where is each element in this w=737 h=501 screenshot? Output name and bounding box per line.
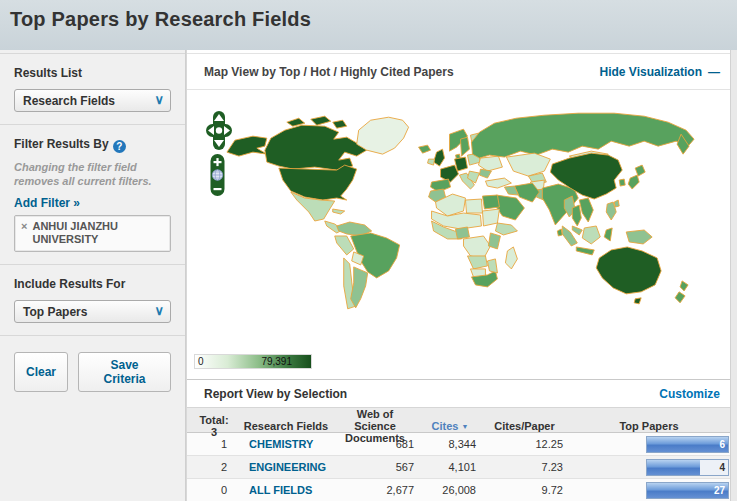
country-new-guinea[interactable] <box>626 230 652 244</box>
table-header-row: Total:3 Research Fields Web ofScience Do… <box>187 407 730 433</box>
table-row: 0 ALL FIELDS 2,677 26,008 9.72 27 <box>187 479 730 501</box>
cites-value: 4,101 <box>419 461 481 473</box>
country-java[interactable] <box>576 247 594 255</box>
country-australia[interactable] <box>596 247 661 294</box>
hide-visualization-link[interactable]: Hide Visualization — <box>600 65 720 79</box>
map-zoom-control[interactable] <box>209 154 226 197</box>
country-russia[interactable] <box>471 113 694 158</box>
country-sulawesi[interactable] <box>604 228 612 241</box>
country-greenland[interactable] <box>357 117 409 154</box>
country-angola[interactable] <box>467 256 487 269</box>
include-results-dropdown[interactable]: Top Papers ∨ <box>14 300 171 323</box>
total-count: Total:3 <box>187 414 241 438</box>
map-pan-control[interactable] <box>203 111 235 151</box>
country-kazakhstan[interactable] <box>506 153 550 176</box>
filter-label: Filter Results By? <box>14 137 171 153</box>
help-icon[interactable]: ? <box>113 140 126 153</box>
clear-button[interactable]: Clear <box>14 352 68 392</box>
cites-value: 26,008 <box>419 484 481 496</box>
country-uk[interactable] <box>434 149 445 166</box>
page-title: Top Papers by Research Fields <box>10 8 737 31</box>
minus-icon: — <box>708 65 720 79</box>
country-japan-north[interactable] <box>635 165 645 176</box>
main-panel: Map View by Top / Hot / Highly Cited Pap… <box>186 50 730 501</box>
map-visualization: 0 79,391 <box>187 90 730 379</box>
country-borneo[interactable] <box>582 226 600 244</box>
country-taiwan[interactable] <box>614 200 619 207</box>
legend-min: 0 <box>198 356 204 367</box>
include-results-value: Top Papers <box>23 305 87 319</box>
docs-value: 681 <box>331 438 419 450</box>
country-cuba[interactable] <box>333 209 345 214</box>
add-filter-link[interactable]: Add Filter » <box>14 196 80 210</box>
column-top-papers[interactable]: Top Papers <box>568 420 730 432</box>
country-mozambique[interactable] <box>487 259 497 273</box>
country-horn-of-africa[interactable] <box>495 223 517 235</box>
country-romania[interactable] <box>479 169 491 178</box>
map-panel-header: Map View by Top / Hot / Highly Cited Pap… <box>187 53 730 90</box>
map-title: Map View by Top / Hot / Highly Cited Pap… <box>204 65 454 79</box>
top-papers-bar: 4 <box>646 459 729 476</box>
country-canada-island[interactable] <box>311 116 331 125</box>
country-iceland[interactable] <box>419 145 431 153</box>
country-usa[interactable] <box>279 165 357 200</box>
sort-descending-icon: ▼ <box>462 423 469 430</box>
country-thailand[interactable] <box>572 205 581 226</box>
country-argentina[interactable] <box>351 267 368 308</box>
table-row: 1 CHEMISTRY 681 8,344 12.25 6 <box>187 433 730 456</box>
country-japan-south[interactable] <box>628 175 639 189</box>
country-madagascar[interactable] <box>505 247 517 269</box>
filter-section: Filter Results By? Changing the filter f… <box>0 125 185 265</box>
country-peru[interactable] <box>335 236 354 255</box>
table-row: 2 ENGINEERING 567 4,101 7.23 4 <box>187 456 730 479</box>
country-canada[interactable] <box>265 125 367 170</box>
sidebar-buttons: Clear Save Criteria <box>0 336 185 408</box>
country-nigeria[interactable] <box>456 227 470 239</box>
results-list-dropdown[interactable]: Research Fields ∨ <box>14 89 171 112</box>
legend-max: 79,391 <box>261 356 292 367</box>
results-list-value: Research Fields <box>23 94 115 108</box>
active-filter-text: ANHUI JIANZHU UNIVERSITY <box>32 220 152 248</box>
country-sri-lanka[interactable] <box>557 229 562 236</box>
country-kenya[interactable] <box>488 233 500 249</box>
column-research-fields[interactable]: Research Fields <box>241 420 331 432</box>
row-rank: 0 <box>187 484 241 496</box>
country-malaysia[interactable] <box>572 226 582 235</box>
cites-per-paper-value: 9.72 <box>481 484 568 496</box>
column-cites-sorted[interactable]: Cites ▼ <box>419 420 481 432</box>
country-france[interactable] <box>441 165 459 182</box>
country-ukraine[interactable] <box>478 156 502 171</box>
country-canada-island[interactable] <box>333 120 347 128</box>
globe-icon <box>212 170 222 180</box>
country-new-zealand-south[interactable] <box>675 292 685 303</box>
world-choropleth-map[interactable] <box>187 92 731 354</box>
top-papers-bar: 6 <box>646 436 729 453</box>
save-criteria-button[interactable]: Save Criteria <box>78 352 171 392</box>
country-sweden[interactable] <box>460 137 469 156</box>
include-results-section: Include Results For Top Papers ∨ <box>0 265 185 336</box>
field-link[interactable]: ALL FIELDS <box>241 484 331 496</box>
row-rank: 1 <box>187 438 241 450</box>
close-icon[interactable]: × <box>21 220 27 248</box>
country-new-zealand-north[interactable] <box>680 281 688 291</box>
country-tasmania[interactable] <box>634 298 641 304</box>
column-cites-per-paper[interactable]: Cites/Paper <box>481 420 568 432</box>
results-list-label: Results List <box>14 66 171 80</box>
country-south-korea[interactable] <box>619 179 625 186</box>
row-rank: 2 <box>187 461 241 473</box>
customize-link[interactable]: Customize <box>659 387 720 401</box>
field-link[interactable]: CHEMISTRY <box>241 438 331 450</box>
report-panel-header: Report View by Selection Customize <box>187 379 730 407</box>
country-egypt[interactable] <box>482 195 499 209</box>
filter-note: Changing the filter field removes all cu… <box>14 160 171 189</box>
chevron-down-icon: ∨ <box>154 92 164 107</box>
sidebar: Results List Research Fields ∨ Filter Re… <box>0 50 186 501</box>
field-link[interactable]: ENGINEERING <box>241 461 331 473</box>
page-scrollbar[interactable] <box>730 50 737 501</box>
country-ireland[interactable] <box>428 159 435 165</box>
chevron-down-icon: ∨ <box>154 303 164 318</box>
include-results-label: Include Results For <box>14 277 171 291</box>
active-filter-tag[interactable]: × ANHUI JIANZHU UNIVERSITY <box>14 215 171 253</box>
country-libya[interactable] <box>465 199 482 213</box>
page-header: Top Papers by Research Fields <box>0 0 737 50</box>
